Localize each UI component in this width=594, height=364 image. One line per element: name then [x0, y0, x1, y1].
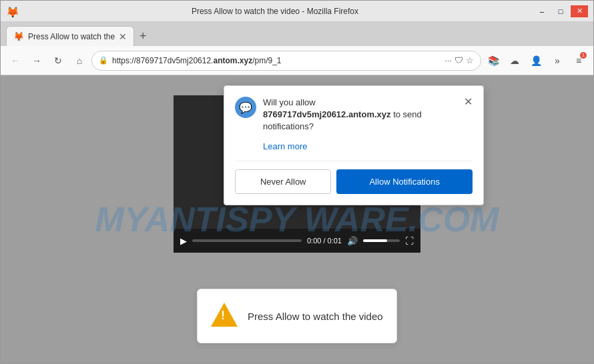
volume-fill	[363, 239, 387, 242]
home-button[interactable]: ⌂	[70, 51, 89, 70]
security-icon: 🔒	[99, 56, 108, 65]
nav-bar: ← → ↻ ⌂ 🔒 https://8769717dv5mj20612.anto…	[1, 46, 593, 75]
volume-button[interactable]: 🔊	[347, 236, 358, 246]
popup-text: Will you allow 8769717dv5mj20612.antom.x…	[263, 97, 457, 133]
new-tab-button[interactable]: +	[135, 26, 151, 46]
menu-button[interactable]: ≡	[569, 51, 588, 70]
account-button[interactable]: 👤	[527, 51, 545, 70]
minimize-button[interactable]: –	[533, 5, 551, 17]
popup-close-button[interactable]: ✕	[464, 97, 473, 107]
active-tab[interactable]: 🦊 Press Allow to watch the ✕	[6, 26, 134, 46]
fullscreen-button[interactable]: ⛶	[405, 236, 414, 246]
back-button[interactable]: ←	[6, 51, 25, 70]
url-prefix: https://8769717dv5mj20612.	[112, 56, 213, 65]
url-domain: antom.xyz	[213, 56, 252, 65]
address-bar[interactable]: 🔒 https://8769717dv5mj20612.antom.xyz/pm…	[91, 51, 481, 71]
firefox-icon: 🦊	[6, 6, 17, 17]
video-controls: ▶ 0:00 / 0:01 🔊 ⛶	[174, 229, 420, 253]
tab-bar: 🦊 Press Allow to watch the ✕ +	[1, 22, 593, 46]
never-allow-button[interactable]: Never Allow	[235, 169, 331, 194]
title-bar: 🦊 Press Allow to watch the video - Mozil…	[1, 1, 593, 22]
popup-question: Will you allow 8769717dv5mj20612.antom.x…	[263, 97, 457, 133]
popup-domain: 8769717dv5mj20612.antom.xyz	[263, 109, 391, 119]
tab-label: Press Allow to watch the	[28, 32, 115, 41]
notification-popup: 💬 Will you allow 8769717dv5mj20612.antom…	[224, 85, 484, 205]
warning-triangle-icon	[211, 303, 238, 327]
ellipsis-icon[interactable]: ···	[444, 55, 452, 65]
warning-icon-container	[211, 303, 238, 329]
bookmarks-button[interactable]: 📚	[484, 51, 503, 70]
warning-box: Press Allow to watch the video	[197, 289, 397, 343]
volume-slider[interactable]	[363, 239, 400, 242]
warning-text: Press Allow to watch the video	[248, 309, 383, 323]
extensions-button[interactable]: »	[548, 51, 567, 70]
current-time: 0:00	[307, 237, 321, 245]
total-time: 0:01	[328, 237, 342, 245]
address-actions: ··· 🛡 ☆	[444, 55, 474, 65]
allow-notifications-button[interactable]: Allow Notifications	[336, 169, 473, 194]
question-prefix: Will you allow	[263, 97, 316, 107]
time-display: 0:00 / 0:01	[307, 237, 342, 245]
window-title: Press Allow to watch the video - Mozilla…	[21, 7, 529, 16]
play-pause-button[interactable]: ▶	[180, 236, 187, 246]
sync-button[interactable]: ☁	[505, 51, 524, 70]
forward-button[interactable]: →	[27, 51, 46, 70]
page-content: MYANTISPY WARE.COM 💬 Will you allow 8769…	[1, 75, 593, 363]
bookmark-icon[interactable]: 🛡	[455, 55, 463, 65]
maximize-button[interactable]: □	[552, 5, 569, 17]
nav-right: 📚 ☁ 👤 » ≡	[484, 51, 588, 70]
tab-favicon: 🦊	[13, 31, 24, 41]
popup-buttons: Never Allow Allow Notifications	[235, 161, 473, 194]
progress-bar[interactable]	[192, 239, 302, 242]
url-path: /pm/9_1	[252, 56, 281, 65]
window-controls: – □ ✕	[533, 5, 588, 17]
url-text: https://8769717dv5mj20612.antom.xyz/pm/9…	[112, 56, 440, 65]
popup-header: 💬 Will you allow 8769717dv5mj20612.antom…	[235, 97, 473, 133]
close-button[interactable]: ✕	[571, 5, 588, 17]
refresh-button[interactable]: ↻	[49, 51, 67, 70]
tab-close-button[interactable]: ✕	[119, 31, 127, 42]
browser-window: 🦊 Press Allow to watch the video - Mozil…	[0, 0, 594, 364]
learn-more-link[interactable]: Learn more	[263, 141, 473, 151]
chat-icon: 💬	[235, 97, 256, 118]
star-icon[interactable]: ☆	[466, 55, 474, 65]
